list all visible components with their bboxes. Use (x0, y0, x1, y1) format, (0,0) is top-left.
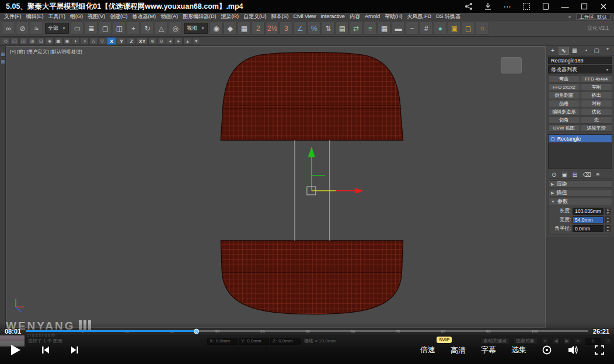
schematic-view-icon[interactable]: # (420, 22, 433, 35)
motion-tab[interactable]: ◔ (580, 47, 591, 55)
select-by-name-icon[interactable]: ≣ (85, 22, 98, 35)
axis-toolbar-icon[interactable]: ▣ (54, 37, 62, 45)
menu-item[interactable]: 自定义(U) (241, 13, 269, 20)
menu-item[interactable]: Arnold (362, 13, 382, 19)
close-icon[interactable] (599, 2, 608, 11)
modifier-stack[interactable]: ▢ Rectangle (548, 134, 612, 169)
percent-snap-icon[interactable]: % (308, 22, 321, 35)
snap-2d-icon[interactable]: 2 (252, 22, 265, 35)
render-production-icon[interactable]: ○ (476, 22, 489, 35)
length-field[interactable]: 103.035mm (573, 208, 603, 215)
axis-constraint-x-button[interactable]: X (107, 37, 116, 45)
next-episode-button[interactable] (70, 345, 79, 355)
axis-toolbar-icon[interactable]: ◇ (2, 37, 10, 45)
select-and-link-icon[interactable]: ∞ (2, 22, 15, 35)
pin-stack-icon[interactable]: ⊙ (552, 172, 556, 178)
select-and-rotate-icon[interactable]: ↻ (141, 22, 154, 35)
axis-toolbar-icon[interactable]: ⊞ (28, 37, 36, 45)
named-selection-sets-icon[interactable]: ▤ (336, 22, 349, 35)
modifier-button[interactable]: 优化 (581, 108, 613, 116)
modifier-button[interactable]: 挤出 (581, 92, 613, 99)
gizmo-x-arrowhead[interactable] (355, 188, 364, 194)
axis-toolbar-icon[interactable]: ◑ (81, 37, 89, 45)
rollout-parameters[interactable]: ▼ 参数 (548, 198, 612, 205)
playback-speed-button[interactable]: 倍速 (420, 345, 435, 355)
menu-item[interactable]: Interactive (318, 13, 347, 19)
move-gizmo[interactable] (307, 146, 364, 195)
menu-item[interactable]: 火凤凰 FD (404, 13, 434, 20)
menu-item[interactable]: 图形编辑器(D) (180, 13, 219, 20)
reference-coordinate-dropdown[interactable]: 视图 ▼ (184, 23, 208, 34)
spinner-snap-icon[interactable]: ⇅ (322, 22, 335, 35)
menu-item[interactable]: 视图(V) (85, 13, 107, 20)
axis-toolbar-icon[interactable]: ▽ (98, 37, 106, 45)
modifier-button[interactable]: UVW 贴图 (548, 124, 580, 132)
create-tab[interactable]: + (547, 47, 558, 55)
menu-item[interactable]: 工具(T) (46, 13, 68, 20)
viewcube[interactable] (501, 57, 522, 74)
menu-item[interactable]: 帮助(H) (382, 13, 405, 20)
layer-manager-icon[interactable]: ▦ (378, 22, 391, 35)
fullscreen-icon[interactable] (594, 345, 605, 355)
menu-item[interactable]: 组(G) (68, 13, 85, 20)
modify-tab[interactable]: ∿ (559, 47, 569, 55)
axis-toolbar-icon[interactable]: ⊟ (37, 37, 45, 45)
episode-list-button[interactable]: 选集 (511, 345, 526, 355)
display-tab[interactable]: ▢ (591, 47, 602, 55)
align-icon[interactable]: ≡ (364, 22, 377, 35)
utilities-tab[interactable]: * (602, 47, 613, 55)
configure-modifier-sets-icon[interactable]: ≡ (596, 172, 599, 178)
axis-toolbar-icon[interactable]: ◉ (63, 37, 71, 45)
modifier-button[interactable]: 倒角剖面 (548, 92, 580, 99)
model-top-mesh[interactable] (221, 52, 403, 141)
object-name-field[interactable]: Rectangle189 (548, 57, 612, 64)
selection-filter-dropdown[interactable]: 全部 ▼ (45, 23, 69, 34)
minimize-icon[interactable]: — (560, 2, 570, 11)
modifier-button[interactable]: 弯曲 (548, 75, 580, 83)
axis-toolbar-icon[interactable]: ⊖ (157, 37, 165, 45)
modifier-button[interactable]: 切角 (548, 116, 580, 124)
axis-constraint-y-button[interactable]: Y (117, 37, 126, 45)
axis-toolbar-icon[interactable]: ◈ (46, 37, 54, 45)
axis-toolbar-icon[interactable]: ◂ (166, 37, 174, 45)
rollout-interpolation[interactable]: ▶ 插值 (548, 189, 612, 197)
select-and-move-icon[interactable]: + (127, 22, 140, 35)
modifier-button[interactable]: FFD 4x4x4 (581, 75, 613, 83)
axis-toolbar-icon[interactable]: ⊕ (148, 37, 156, 45)
unlink-selection-icon[interactable]: ⊘ (16, 22, 29, 35)
axis-toolbar-icon[interactable]: ▢ (11, 37, 19, 45)
menu-item[interactable]: DS 转换器 (434, 13, 463, 20)
menu-item[interactable]: 编辑(E) (24, 13, 46, 20)
workspace-selector[interactable]: 工作区: 默认 (576, 13, 610, 20)
progress-handle[interactable] (194, 328, 199, 334)
axis-toolbar-icon[interactable]: ▾ (192, 37, 200, 45)
modifier-button[interactable]: 对称 (581, 100, 613, 107)
hierarchy-tab[interactable]: ▦ (570, 47, 580, 55)
modifier-button[interactable]: 晶格 (548, 100, 580, 107)
render-setup-icon[interactable]: ▣ (448, 22, 461, 35)
stack-item-selected[interactable]: ▢ Rectangle (549, 135, 612, 142)
ribbon-toggle-icon[interactable]: ▬ (392, 22, 405, 35)
gizmo-y-arrowhead[interactable] (308, 146, 315, 157)
axis-toolbar-icon[interactable]: ◫ (19, 37, 27, 45)
cast-icon[interactable] (541, 2, 550, 11)
download-icon[interactable] (483, 2, 493, 11)
menu-item[interactable]: 内容 (347, 13, 362, 20)
axis-toolbar-icon[interactable]: △ (89, 37, 97, 45)
modifier-list-dropdown[interactable]: 修改器列表 ▼ (548, 65, 612, 74)
select-object-icon[interactable]: ▭ (71, 22, 84, 35)
menu-item[interactable]: Civil View (291, 13, 319, 19)
model-bottom-mesh[interactable] (221, 241, 403, 314)
select-and-manipulate-icon[interactable]: ◆ (224, 22, 237, 35)
previous-episode-button[interactable] (41, 345, 50, 355)
menu-item[interactable]: 创建(C) (107, 13, 130, 20)
mirror-icon[interactable]: ⇄ (350, 22, 363, 35)
bind-to-space-warp-icon[interactable]: ≈ (30, 22, 43, 35)
axis-toolbar-icon[interactable]: ▸ (175, 37, 183, 45)
axis-constraint-xy-button[interactable]: XY (137, 37, 148, 45)
axis-constraint-z-button[interactable]: Z (127, 37, 136, 45)
keyboard-override-icon[interactable]: ▦ (238, 22, 251, 35)
rectangular-selection-icon[interactable]: ▢ (99, 22, 112, 35)
search-icon[interactable]: ⌕ (566, 13, 574, 20)
use-pivot-center-icon[interactable]: ◉ (210, 22, 223, 35)
